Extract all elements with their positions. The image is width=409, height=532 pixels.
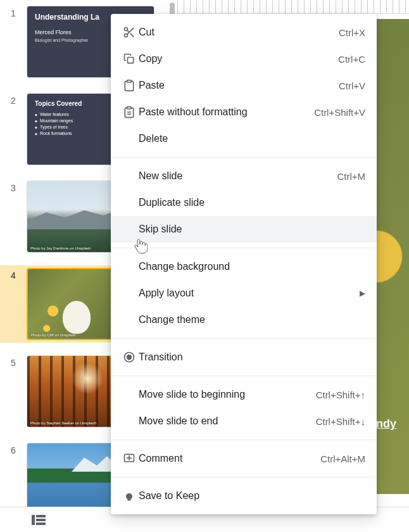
copy-icon	[120, 53, 139, 65]
menu-item-copy[interactable]: CopyCtrl+C	[111, 46, 377, 72]
menu-item-save-to-keep[interactable]: Save to Keep	[111, 483, 377, 509]
context-menu: CutCtrl+XCopyCtrl+CPasteCtrl+VPaste with…	[111, 14, 377, 514]
paste-icon	[123, 79, 135, 92]
menu-shortcut: Ctrl+M	[337, 171, 365, 182]
transition-icon	[123, 351, 135, 364]
menu-item-move-slide-to-end[interactable]: Move slide to endCtrl+Shift+↓	[111, 408, 377, 434]
menu-shortcut: Ctrl+X	[339, 27, 365, 38]
photo-credit: Photo by Cliff on Unsplash	[31, 333, 76, 337]
keep-icon	[120, 490, 139, 502]
cut-icon	[120, 26, 139, 39]
paste-icon	[120, 79, 139, 92]
menu-item-comment[interactable]: CommentCtrl+Alt+M	[111, 445, 377, 472]
menu-item-skip-slide[interactable]: Skip slide	[111, 216, 377, 243]
svg-line-3	[130, 34, 134, 37]
menu-item-apply-layout[interactable]: Apply layout▶	[111, 280, 377, 307]
slide-number: 4	[0, 268, 27, 281]
menu-item-label: Change theme	[139, 314, 365, 326]
menu-item-move-slide-to-beginning[interactable]: Move slide to beginningCtrl+Shift+↑	[111, 381, 377, 408]
slide-number: 5	[0, 355, 27, 368]
slide-number: 2	[0, 93, 27, 106]
menu-item-new-slide[interactable]: New slideCtrl+M	[111, 163, 377, 189]
copy-icon	[123, 53, 135, 65]
photo-credit: Photo by Jay Dantinne on Unsplash	[30, 246, 91, 250]
svg-rect-5	[128, 58, 134, 63]
menu-item-paste-without-formatting[interactable]: Paste without formattingCtrl+Shift+V	[111, 99, 377, 125]
horizontal-ruler	[177, 0, 409, 14]
slide-number: 3	[0, 180, 27, 193]
paste-plain-icon	[123, 106, 135, 118]
photo-credit: Photo by Stephan Seeber on Unsplash	[30, 421, 96, 425]
transition-icon	[120, 351, 139, 364]
menu-item-label: Delete	[139, 133, 365, 144]
menu-separator	[111, 477, 377, 478]
menu-item-label: Transition	[139, 352, 365, 363]
keep-icon	[123, 490, 135, 502]
menu-item-paste[interactable]: PasteCtrl+V	[111, 72, 377, 99]
slide-number: 1	[0, 6, 27, 18]
menu-item-transition[interactable]: Transition	[111, 344, 377, 370]
menu-item-label: Copy	[139, 53, 338, 65]
comment-icon	[120, 452, 139, 465]
menu-separator	[111, 338, 377, 339]
cut-icon	[123, 26, 135, 39]
comment-icon	[123, 452, 135, 465]
menu-separator	[111, 376, 377, 376]
submenu-arrow-icon: ▶	[360, 289, 365, 298]
grid-view-icon[interactable]	[32, 515, 46, 525]
menu-item-label: Skip slide	[139, 224, 365, 235]
menu-separator	[111, 248, 377, 248]
menu-item-change-background[interactable]: Change background	[111, 253, 377, 280]
menu-item-label: New slide	[139, 170, 337, 182]
menu-separator	[111, 157, 377, 158]
menu-shortcut: Ctrl+V	[339, 80, 365, 91]
menu-item-label: Duplicate slide	[139, 197, 365, 208]
paste-plain-icon	[120, 106, 139, 118]
menu-item-delete[interactable]: Delete	[111, 125, 377, 152]
slide-number: 6	[0, 443, 27, 455]
svg-rect-6	[127, 80, 132, 82]
menu-item-label: Cut	[139, 27, 339, 38]
menu-item-label: Move slide to beginning	[139, 389, 316, 400]
menu-item-cut[interactable]: CutCtrl+X	[111, 19, 377, 46]
menu-separator	[111, 440, 377, 440]
menu-item-label: Comment	[139, 453, 320, 464]
menu-item-label: Paste	[139, 80, 339, 91]
menu-item-duplicate-slide[interactable]: Duplicate slide	[111, 189, 377, 216]
menu-item-label: Paste without formatting	[139, 106, 314, 118]
menu-shortcut: Ctrl+Shift+V	[314, 107, 365, 118]
svg-line-4	[127, 30, 129, 32]
menu-item-change-theme[interactable]: Change theme	[111, 307, 377, 333]
svg-point-11	[127, 355, 132, 360]
menu-item-label: Save to Keep	[139, 490, 365, 502]
menu-shortcut: Ctrl+Alt+M	[320, 453, 365, 464]
menu-item-label: Move slide to end	[139, 415, 316, 427]
menu-item-label: Apply layout	[139, 288, 355, 299]
menu-item-label: Change background	[139, 261, 365, 272]
menu-shortcut: Ctrl+Shift+↓	[316, 416, 365, 427]
svg-rect-7	[127, 107, 132, 109]
menu-shortcut: Ctrl+C	[338, 54, 365, 65]
menu-shortcut: Ctrl+Shift+↑	[316, 390, 365, 400]
